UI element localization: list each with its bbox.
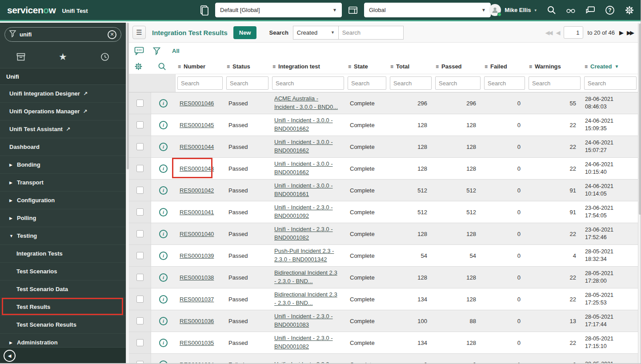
record-number-link[interactable]: RES0001041 <box>180 209 214 216</box>
record-number-link[interactable]: RES0001034 <box>180 361 214 364</box>
record-number-link[interactable]: RES0001036 <box>180 318 214 324</box>
sidebar-item[interactable]: Integration Tests <box>0 245 126 263</box>
help-icon[interactable]: ? <box>605 5 615 15</box>
application-window-icon[interactable] <box>348 5 358 15</box>
sidebar-item[interactable]: Unifi Operations Manager↗ <box>0 103 126 120</box>
column-header-integration-test[interactable]: ≡Integration test <box>270 63 346 70</box>
all-applications-tab[interactable] <box>0 53 42 61</box>
integration-test-link[interactable]: Unifi - Incident - 3.0.0 - BND0001661 <box>274 182 333 197</box>
user-menu[interactable]: Mike Ellis ▾ <box>489 4 537 16</box>
sidebar-item[interactable]: ▶Bonding <box>0 156 126 174</box>
personalize-list-gear-icon[interactable] <box>134 62 143 71</box>
list-search-input[interactable] <box>339 26 404 40</box>
impersonate-glasses-icon[interactable] <box>566 5 576 15</box>
sidebar-item[interactable]: Test Scenario Data <box>0 280 126 298</box>
list-scrollbar[interactable] <box>638 23 641 364</box>
split-screen-icon[interactable] <box>199 5 209 15</box>
record-preview-icon[interactable]: i <box>159 317 168 325</box>
integration-test-link[interactable]: Bidirectional Incident 2.3 - 2.3.0 - BND… <box>274 269 337 284</box>
integration-test-link[interactable]: Push-Pull Incident 2.3 - 2.3.0 - BND0001… <box>274 248 334 263</box>
sidebar-item[interactable]: Unifi Test Assistant↗ <box>0 120 126 138</box>
record-number-link[interactable]: RES0001039 <box>180 252 214 259</box>
integration-test-link[interactable]: Unifi - Incident - 2.3.0 - BND0001083 <box>274 313 333 328</box>
row-checkbox[interactable] <box>136 187 144 194</box>
column-header-status[interactable]: ≡Status <box>224 63 270 70</box>
integration-test-link[interactable]: Unifi - Incident - 3.0.0 - BND0001662 <box>274 139 333 154</box>
record-number-link[interactable]: RES0001043 <box>180 165 214 172</box>
settings-gear-icon[interactable] <box>625 5 634 15</box>
list-comments-icon[interactable] <box>134 47 144 55</box>
sidebar-item[interactable]: Unifi Integration Designer↗ <box>0 85 126 103</box>
row-checkbox[interactable] <box>136 165 144 172</box>
record-preview-icon[interactable]: i <box>159 273 168 282</box>
column-header-created[interactable]: ≡Created▼ <box>582 63 641 70</box>
integration-test-link[interactable]: Unifi - Incident - 2.3.0 - BND0001082 <box>274 226 333 241</box>
search-number-input[interactable] <box>177 76 223 90</box>
navigator-filter-input[interactable] <box>20 31 108 38</box>
previous-page-button[interactable]: ◀ <box>556 29 559 36</box>
record-preview-icon[interactable]: i <box>159 230 168 238</box>
record-preview-icon[interactable]: i <box>159 295 168 304</box>
column-header-state[interactable]: ≡State <box>346 63 388 70</box>
sidebar-item[interactable]: ▶Transport <box>0 174 126 192</box>
record-number-link[interactable]: RES0001042 <box>180 187 214 194</box>
record-preview-icon[interactable]: i <box>159 99 168 108</box>
last-page-button[interactable]: ▶▶ <box>627 29 633 36</box>
collapse-navigator-button[interactable]: ◀ <box>4 350 16 362</box>
search-field-select[interactable]: Created▼ <box>293 26 339 40</box>
row-checkbox[interactable] <box>136 296 144 303</box>
list-search-toggle-icon[interactable] <box>158 62 166 71</box>
search-integration-test-input[interactable] <box>272 76 344 90</box>
list-context-menu-button[interactable]: ☰ <box>132 26 146 39</box>
record-number-link[interactable]: RES0001037 <box>180 296 214 303</box>
integration-test-link[interactable]: Bidirectional Incident 2.3 - 2.3.0 - BND… <box>274 291 337 306</box>
record-number-link[interactable]: RES0001046 <box>180 100 214 107</box>
filter-funnel-icon[interactable] <box>153 47 160 55</box>
first-page-button[interactable]: ◀◀ <box>545 29 552 36</box>
connect-chat-icon[interactable] <box>585 5 595 15</box>
record-number-link[interactable]: RES0001045 <box>180 122 214 128</box>
row-checkbox[interactable] <box>136 121 144 128</box>
sidebar-item[interactable]: Test Scenarios <box>0 263 126 280</box>
list-title[interactable]: Integration Test Results <box>152 29 228 36</box>
row-checkbox[interactable] <box>136 361 144 364</box>
sidebar-item[interactable]: Dashboard <box>0 138 126 156</box>
sidebar-item[interactable]: Test Results <box>0 298 126 316</box>
search-created-input[interactable] <box>584 76 637 90</box>
search-status-input[interactable] <box>226 76 268 90</box>
sidebar-item[interactable]: Test Scenario Results <box>0 316 126 334</box>
row-checkbox[interactable] <box>136 317 144 324</box>
integration-test-link[interactable]: ACME Australia - Incident - 3.0.0 - BND0… <box>274 95 338 110</box>
column-header-failed[interactable]: ≡Failed <box>482 63 527 70</box>
sidebar-item[interactable]: ▶Polling <box>0 209 126 227</box>
breadcrumb-all-link[interactable]: All <box>172 48 180 54</box>
record-preview-icon[interactable]: i <box>159 360 168 364</box>
search-failed-input[interactable] <box>484 76 525 90</box>
record-number-link[interactable]: RES0001040 <box>180 231 214 237</box>
global-search-icon[interactable] <box>546 5 556 15</box>
row-checkbox[interactable] <box>136 339 144 346</box>
search-state-input[interactable] <box>348 76 386 90</box>
integration-test-link[interactable]: Unifi - Incident - 2.3.0 - <box>274 361 333 364</box>
record-preview-icon[interactable]: i <box>159 339 168 347</box>
record-preview-icon[interactable]: i <box>159 121 168 129</box>
row-checkbox[interactable] <box>136 252 144 259</box>
row-checkbox[interactable] <box>136 208 144 216</box>
integration-test-link[interactable]: Unifi - Incident - 3.0.0 - BND0001662 <box>274 160 333 176</box>
column-header-warnings[interactable]: ≡Warnings <box>527 63 582 70</box>
record-preview-icon[interactable]: i <box>159 164 168 173</box>
column-header-number[interactable]: ≡Number <box>176 63 224 70</box>
new-record-button[interactable]: New <box>233 26 257 39</box>
row-checkbox[interactable] <box>136 143 144 150</box>
next-page-button[interactable]: ▶ <box>619 29 622 36</box>
search-total-input[interactable] <box>390 76 432 90</box>
search-passed-input[interactable] <box>435 76 481 90</box>
column-header-total[interactable]: ≡Total <box>388 63 433 70</box>
search-warnings-input[interactable] <box>529 76 581 90</box>
favorites-tab[interactable]: ★ <box>42 52 84 62</box>
row-checkbox[interactable] <box>136 230 144 237</box>
update-set-picker[interactable]: Default [Global]▼ <box>215 3 342 17</box>
row-checkbox[interactable] <box>136 274 144 281</box>
history-tab[interactable] <box>84 52 126 61</box>
page-number-input[interactable] <box>564 26 583 39</box>
